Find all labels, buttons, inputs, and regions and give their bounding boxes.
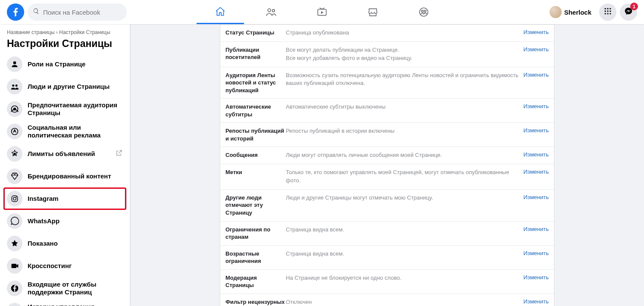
sidebar-item-3[interactable]: Социальная или политическая реклама: [3, 120, 126, 143]
svg-point-7: [607, 8, 608, 9]
setting-key: Модерация Страницы: [225, 274, 286, 289]
sidebar-item-5[interactable]: Брендированный контент: [3, 165, 126, 187]
person-icon: [7, 56, 22, 72]
edit-link[interactable]: Изменить: [523, 250, 549, 256]
search-input[interactable]: [43, 9, 122, 16]
star-icon: [7, 236, 22, 251]
sidebar-item-label: Предпочитаемая аудитория Страницы: [28, 101, 123, 117]
setting-key: Ограничения по странам: [225, 226, 286, 241]
settings-row: СообщенияЛюди могут отправлять личные со…: [220, 147, 554, 164]
settings-row: МеткиТолько те, кто помогают управлять м…: [220, 164, 554, 190]
sidebar-item-7[interactable]: WhatsApp: [3, 210, 126, 232]
breadcrumb: Название страницы › Настройки Страницы: [3, 28, 126, 37]
profile-name: Sherlock: [564, 9, 591, 16]
edit-link[interactable]: Изменить: [523, 274, 549, 281]
svg-point-10: [607, 10, 608, 12]
setting-value: Страница видна всем.: [286, 250, 523, 258]
nav-groups[interactable]: [400, 0, 447, 24]
edit-link[interactable]: Изменить: [523, 169, 549, 175]
menu-button[interactable]: [599, 3, 616, 21]
setting-value: Люди и другие Страницы могут отмечать мо…: [286, 194, 523, 202]
side-panel: Название страницы › Настройки Страницы Н…: [0, 24, 130, 306]
edit-link[interactable]: Изменить: [523, 151, 549, 158]
politics-icon: [7, 124, 22, 139]
settings-row: Статус СтраницыСтраница опубликованаИзме…: [220, 25, 554, 42]
svg-point-24: [16, 197, 17, 197]
nav-friends[interactable]: [247, 0, 295, 24]
svg-point-5: [424, 10, 426, 12]
sidebar-item-label: WhatsApp: [28, 217, 59, 225]
svg-point-13: [607, 13, 608, 14]
audience-icon: [7, 101, 22, 117]
sidebar-item-label: История управления Страницей: [28, 303, 123, 306]
settings-row: Фильтр нецензурных выраженийОтключенИзме…: [220, 294, 554, 306]
svg-point-4: [422, 10, 423, 12]
setting-key: Фильтр нецензурных выражений: [225, 298, 286, 306]
sidebar-item-label: Instagram: [28, 195, 59, 203]
profile-chip[interactable]: Sherlock: [548, 4, 596, 20]
breadcrumb-page[interactable]: Название страницы: [7, 29, 55, 35]
setting-value: Отключен: [286, 298, 523, 306]
sidebar-item-1[interactable]: Люди и другие Страницы: [3, 75, 126, 98]
svg-point-23: [13, 197, 16, 200]
svg-point-17: [16, 84, 18, 87]
nav-center: [197, 0, 447, 24]
grid-icon: [603, 7, 612, 17]
svg-point-9: [605, 10, 606, 12]
sidebar-item-2[interactable]: Предпочитаемая аудитория Страницы: [3, 98, 126, 120]
settings-row: Возрастные ограниченияСтраница видна все…: [220, 246, 554, 270]
svg-point-12: [605, 13, 606, 14]
video-icon: [7, 258, 22, 274]
edit-link[interactable]: Изменить: [523, 46, 549, 53]
svg-point-14: [610, 13, 611, 14]
svg-point-11: [610, 10, 611, 12]
main-content: Статус СтраницыСтраница опубликованаИзме…: [130, 24, 644, 306]
gear-icon: [7, 146, 22, 162]
search-icon: [33, 8, 40, 16]
sidebar-item-4[interactable]: Лимиты объявлений: [3, 143, 126, 165]
setting-value: Только те, кто помогают управлять моей С…: [286, 169, 523, 185]
edit-link[interactable]: Изменить: [523, 298, 549, 305]
nav-watch[interactable]: [298, 0, 346, 24]
edit-link[interactable]: Изменить: [523, 194, 549, 200]
sidebar-item-label: Кросспостинг: [28, 262, 72, 270]
sidebar-item-label: Люди и другие Страницы: [28, 83, 109, 91]
svg-point-8: [610, 8, 611, 9]
sidebar-item-10[interactable]: Входящие от службы поддержки Страниц: [3, 277, 126, 300]
setting-value: Возможность сузить потенциальную аудитор…: [286, 72, 523, 88]
edit-link[interactable]: Изменить: [523, 226, 549, 232]
setting-value: На Странице не блокируется ни одно слово…: [286, 274, 523, 282]
svg-point-0: [268, 9, 271, 12]
diamond-icon: [7, 169, 22, 184]
search-box[interactable]: [28, 3, 127, 21]
messenger-button[interactable]: 1: [620, 3, 637, 21]
edit-link[interactable]: Изменить: [523, 72, 549, 78]
sidebar-item-11[interactable]: История управления Страницей: [3, 300, 126, 306]
edit-link[interactable]: Изменить: [523, 103, 549, 109]
sidebar-item-9[interactable]: Кросспостинг: [3, 255, 126, 277]
sidebar-item-0[interactable]: Роли на Странице: [3, 53, 126, 75]
settings-row: Репосты публикаций и историйРепосты публ…: [220, 123, 554, 147]
nav-marketplace[interactable]: [349, 0, 397, 24]
settings-row: Модерация СтраницыНа Странице не блокиру…: [220, 270, 554, 294]
setting-key: Другие люди отмечают эту Страницу: [225, 194, 286, 217]
svg-point-15: [13, 61, 16, 64]
sidebar-item-label: Брендированный контент: [28, 172, 111, 180]
settings-row: Ограничения по странамСтраница видна все…: [220, 222, 554, 246]
sidebar-item-8[interactable]: Показано: [3, 232, 126, 255]
edit-link[interactable]: Изменить: [523, 127, 549, 134]
setting-value: Страница опубликована: [286, 29, 523, 37]
panel-title: Настройки Страницы: [3, 37, 126, 53]
svg-point-6: [605, 8, 606, 9]
edit-link[interactable]: Изменить: [523, 29, 549, 35]
facebook-logo[interactable]: [7, 3, 24, 21]
sidebar-item-6[interactable]: Instagram: [3, 187, 126, 210]
sidebar-item-label: Социальная или политическая реклама: [28, 124, 123, 139]
external-link-icon: [115, 149, 123, 159]
breadcrumb-settings[interactable]: Настройки Страницы: [59, 29, 110, 35]
nav-home[interactable]: [197, 0, 244, 24]
setting-key: Сообщения: [225, 151, 286, 159]
setting-value: Репосты публикаций в истории включены: [286, 127, 523, 135]
setting-key: Публикации посетителей: [225, 46, 286, 61]
setting-key: Возрастные ограничения: [225, 250, 286, 265]
